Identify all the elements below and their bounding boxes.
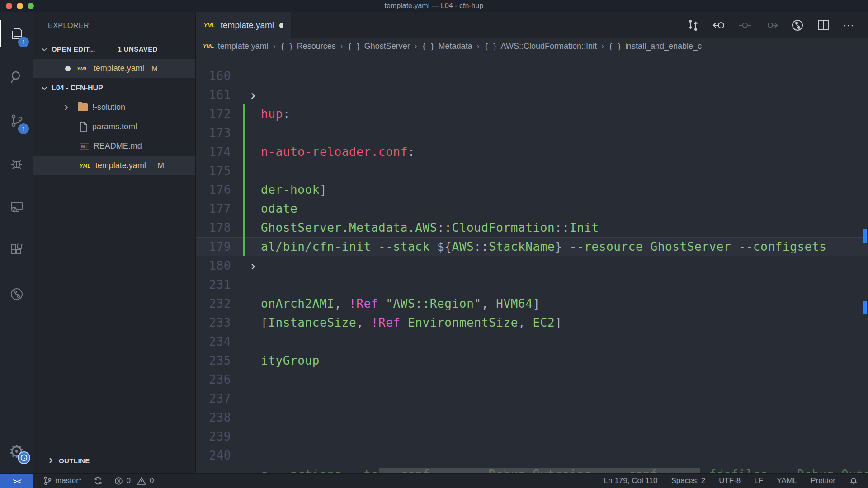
code-line-179[interactable]: 179al/bin/cfn-init --stack ${AWS::StackN… bbox=[196, 237, 868, 256]
remote-indicator-button[interactable]: >< bbox=[0, 474, 33, 488]
symbol-object-icon: { } bbox=[484, 42, 497, 51]
activity-bar: 1 1 bbox=[0, 12, 33, 473]
line-number: 239 bbox=[196, 430, 231, 443]
line-number: 234 bbox=[196, 335, 231, 348]
dirty-dot-icon bbox=[65, 66, 71, 71]
source-control-icon[interactable]: 1 bbox=[0, 99, 33, 142]
symbol-object-icon: { } bbox=[348, 42, 361, 51]
code-editor[interactable]: 160161›172hup:173174n-auto-reloader.conf… bbox=[196, 54, 868, 473]
open-editor-item-template-yaml[interactable]: YML template.yaml M bbox=[33, 59, 195, 78]
compare-changes-icon[interactable] bbox=[687, 19, 699, 31]
root-folder-label: L04 - CFN-HUP bbox=[52, 84, 103, 92]
breadcrumb-separator: › bbox=[340, 42, 343, 51]
line-number: 231 bbox=[196, 278, 231, 291]
open-changes-icon[interactable] bbox=[712, 19, 725, 31]
symbol-object-icon: { } bbox=[422, 42, 435, 51]
close-window-button[interactable] bbox=[6, 3, 12, 9]
code-line-238[interactable]: 238 bbox=[196, 408, 868, 427]
encoding-item[interactable]: UTF-8 bbox=[719, 476, 741, 485]
code-line-232[interactable]: 232onArch2AMI, !Ref "AWS::Region", HVM64… bbox=[196, 294, 868, 313]
code-line-236[interactable]: 236 bbox=[196, 370, 868, 389]
cursor-position-item[interactable]: Ln 179, Col 110 bbox=[604, 476, 658, 485]
code-line-175[interactable]: 175 bbox=[196, 161, 868, 180]
breadcrumb-symbol[interactable]: { }GhostServer bbox=[348, 42, 410, 51]
code-line-234[interactable]: 234 bbox=[196, 332, 868, 351]
tree-root-folder[interactable]: L04 - CFN-HUP bbox=[33, 78, 195, 98]
code-line-176[interactable]: 176der-hook] bbox=[196, 180, 868, 199]
fold-chevron-icon[interactable]: › bbox=[245, 85, 261, 104]
problems-item[interactable]: 0 0 bbox=[114, 476, 154, 485]
yaml-file-icon: YML bbox=[203, 43, 214, 49]
tree-item-params-toml[interactable]: params.toml bbox=[33, 117, 195, 136]
next-change-icon[interactable] bbox=[765, 19, 778, 31]
open-editors-label: OPEN EDIT... bbox=[52, 45, 95, 53]
tree-item-label: !-solution bbox=[92, 103, 125, 112]
tab-template-yaml[interactable]: YML template.yaml bbox=[196, 12, 291, 38]
notifications-bell-icon[interactable] bbox=[849, 476, 858, 485]
previous-change-icon[interactable] bbox=[739, 19, 751, 31]
code-line-235[interactable]: 235ityGroup bbox=[196, 351, 868, 370]
tree-item-template-yaml[interactable]: YML template.yaml M bbox=[33, 156, 195, 175]
chevron-right-icon bbox=[47, 457, 54, 464]
breadcrumbs: YMLtemplate.yaml›{ }Resources›{ }GhostSe… bbox=[196, 38, 868, 54]
line-number: 235 bbox=[196, 354, 231, 367]
code-line-173[interactable]: 173 bbox=[196, 123, 868, 142]
breadcrumb-symbol[interactable]: { }Metadata bbox=[422, 42, 472, 51]
sidebar-title: EXPLORER bbox=[33, 12, 195, 39]
split-editor-icon[interactable] bbox=[817, 19, 829, 31]
code-text: al/bin/cfn-init --stack ${AWS::StackName… bbox=[261, 240, 827, 253]
code-line-237[interactable]: 237 bbox=[196, 389, 868, 408]
code-line-240[interactable]: 240 bbox=[196, 446, 868, 465]
run-and-debug-icon[interactable] bbox=[0, 142, 33, 186]
line-number: 180 bbox=[196, 259, 231, 272]
remote-explorer-icon[interactable] bbox=[0, 186, 33, 229]
code-line-180[interactable]: 180› bbox=[196, 256, 868, 275]
line-number: 172 bbox=[196, 107, 231, 121]
more-actions-icon[interactable]: ⋯ bbox=[843, 23, 855, 28]
indentation-item[interactable]: Spaces: 2 bbox=[671, 476, 706, 485]
code-line-231[interactable]: 231 bbox=[196, 275, 868, 294]
breadcrumb-symbol[interactable]: { }AWS::CloudFormation::Init bbox=[484, 42, 597, 51]
gutter-spacer bbox=[243, 294, 245, 313]
search-icon[interactable] bbox=[0, 56, 33, 99]
line-number: 238 bbox=[196, 411, 231, 424]
code-line-172[interactable]: 172hup: bbox=[196, 104, 868, 123]
eol-item[interactable]: LF bbox=[754, 476, 763, 485]
breadcrumb-separator: › bbox=[477, 42, 480, 51]
code-line-161[interactable]: 161› bbox=[196, 85, 868, 104]
horizontal-scrollbar[interactable] bbox=[379, 468, 700, 473]
explorer-icon[interactable]: 1 bbox=[0, 12, 33, 56]
yaml-file-icon: YML bbox=[204, 23, 215, 28]
gutter-spacer bbox=[243, 465, 245, 473]
git-branch-item[interactable]: master* bbox=[43, 476, 82, 485]
code-line-160[interactable]: 160 bbox=[196, 66, 868, 85]
code-text: odate bbox=[261, 202, 297, 216]
breadcrumb-file[interactable]: YMLtemplate.yaml bbox=[203, 42, 269, 51]
chevron-right-icon bbox=[62, 104, 70, 111]
breadcrumb-symbol[interactable]: { }Resources bbox=[280, 42, 336, 51]
manage-gear-icon[interactable]: ⚙ bbox=[9, 442, 25, 460]
minimize-window-button[interactable] bbox=[17, 3, 23, 9]
tree-item-readme-md[interactable]: M↓ README.md bbox=[33, 136, 195, 156]
code-line-177[interactable]: 177odate bbox=[196, 199, 868, 218]
window-controls bbox=[6, 3, 34, 9]
fold-chevron-icon[interactable]: › bbox=[245, 256, 261, 275]
code-line-174[interactable]: 174n-auto-reloader.conf: bbox=[196, 142, 868, 161]
outline-section-header[interactable]: OUTLINE bbox=[33, 451, 195, 469]
code-line-178[interactable]: 178GhostServer.Metadata.AWS::CloudFormat… bbox=[196, 218, 868, 237]
overview-ruler-mark bbox=[863, 301, 867, 314]
breadcrumb-separator: › bbox=[601, 42, 604, 51]
tree-item-label: params.toml bbox=[92, 122, 137, 131]
formatter-item[interactable]: Prettier bbox=[811, 476, 835, 485]
code-line-239[interactable]: 239 bbox=[196, 427, 868, 446]
maximize-window-button[interactable] bbox=[28, 3, 34, 9]
language-mode-item[interactable]: YAML bbox=[777, 476, 797, 485]
sync-changes-button[interactable] bbox=[94, 476, 103, 485]
tree-item-solution-folder[interactable]: !-solution bbox=[33, 98, 195, 117]
breadcrumb-symbol[interactable]: { }install_and_enable_c bbox=[609, 42, 702, 51]
commit-graph-icon[interactable] bbox=[0, 272, 33, 316]
commit-graph-icon[interactable] bbox=[791, 19, 804, 32]
extensions-icon[interactable] bbox=[0, 229, 33, 272]
open-editors-header[interactable]: OPEN EDIT... 1 UNSAVED bbox=[33, 39, 195, 59]
code-line-233[interactable]: 233[InstanceSize, !Ref EnvironmentSize, … bbox=[196, 313, 868, 332]
